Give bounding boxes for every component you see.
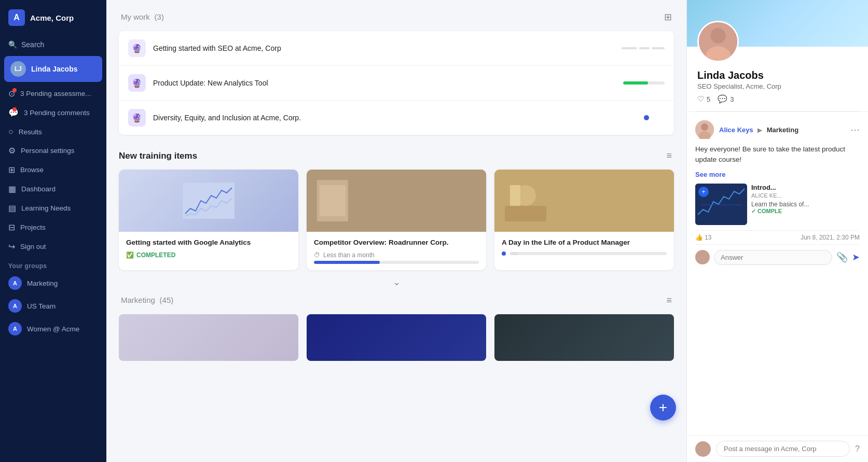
- card-body-competitor: Competitor Overview: Roadrunner Corp. ⏱ …: [307, 232, 486, 270]
- search-button[interactable]: 🔍 Search: [0, 35, 106, 54]
- sidebar-item-browse[interactable]: ⊞ Browse: [0, 160, 106, 179]
- work-item-analytics[interactable]: 🔮 Product Update: New Analytics Tool: [119, 66, 674, 101]
- card-status-analytics: ✅ COMPLETED: [126, 251, 291, 259]
- card-title-competitor: Competitor Overview: Roadrunner Corp.: [314, 238, 479, 247]
- post-likes[interactable]: 👍 13: [695, 234, 711, 241]
- sidebar-item-settings[interactable]: ⚙ Personal settings: [0, 141, 106, 160]
- card-title-analytics: Getting started with Google Analytics: [126, 238, 291, 247]
- my-work-grid-button[interactable]: ⊞: [662, 10, 674, 24]
- training-card-google-analytics[interactable]: Getting started with Google Analytics ✅ …: [119, 170, 298, 270]
- results-label: Results: [19, 128, 42, 136]
- post-group: Marketing: [767, 126, 798, 134]
- profile-likes: ♡ 5: [697, 94, 710, 104]
- sidebar-group-women[interactable]: A Women @ Acme: [0, 317, 106, 340]
- post-media-thumbnail[interactable]: +: [695, 184, 747, 225]
- card-progress-pm: [502, 251, 667, 256]
- sidebar-item-results[interactable]: ○ Results: [0, 122, 106, 141]
- user-avatar: LJ: [10, 61, 26, 77]
- badge-dot-comments: [12, 107, 17, 111]
- dot-pm: [502, 251, 506, 256]
- my-work-title: My work (3): [119, 12, 164, 22]
- post-actions: 👍 13 Jun 8, 2021, 2:30 PM: [695, 230, 860, 244]
- group-label-marketing: Marketing: [27, 279, 58, 287]
- my-work-list: 🔮 Getting started with SEO at Acme, Corp…: [119, 31, 674, 135]
- training-card-competitor[interactable]: Competitor Overview: Roadrunner Corp. ⏱ …: [307, 170, 486, 270]
- svg-rect-15: [700, 204, 742, 205]
- right-panel: Linda Jacobs SEO Specialist, Acme, Corp …: [686, 0, 868, 462]
- groups-section-title: Your groups: [0, 256, 106, 272]
- card-image-analytics: [119, 170, 298, 232]
- media-status: ✓ COMPLE: [751, 208, 860, 215]
- results-icon: ○: [8, 127, 13, 136]
- help-icon[interactable]: ?: [855, 444, 860, 454]
- post-author-avatar: [695, 120, 714, 139]
- see-more-link[interactable]: See more: [695, 171, 860, 178]
- post-message-input[interactable]: [716, 441, 850, 457]
- svg-point-12: [701, 123, 708, 131]
- group-label-women: Women @ Acme: [27, 325, 79, 333]
- marketing-cards-grid: [119, 314, 674, 361]
- sidebar-item-comments[interactable]: 💬 3 Pending comments: [0, 103, 106, 122]
- post-media-info: Introd... ALICE KE... Learn the basics o…: [751, 184, 860, 225]
- comment-box: 📎 ➤: [695, 244, 860, 270]
- projects-icon: ⊟: [8, 222, 15, 232]
- app-name: Acme, Corp: [30, 13, 74, 22]
- comment-avatar: [695, 250, 710, 264]
- sidebar-group-marketing[interactable]: A Marketing: [0, 272, 106, 295]
- training-list-button[interactable]: ≡: [664, 149, 674, 162]
- profile-avatar: [697, 21, 739, 62]
- card-image-day: [494, 170, 674, 232]
- check-icon-media: ✓: [751, 208, 756, 215]
- assessments-label: 3 Pending assessme...: [20, 90, 91, 97]
- training-header: New training items ≡: [119, 149, 674, 162]
- analytics-chart: [183, 183, 235, 219]
- profile-role: SEO Specialist, Acme, Corp: [697, 82, 858, 90]
- group-avatar-marketing: A: [8, 276, 22, 290]
- group-label-usteam: US Team: [27, 302, 56, 310]
- active-user-item[interactable]: LJ Linda Jacobs: [4, 56, 102, 82]
- sidebar-item-dashboard[interactable]: ▦ Dashboard: [0, 179, 106, 199]
- sidebar-item-learning[interactable]: ▤ Learning Needs: [0, 199, 106, 218]
- training-cards-grid: Getting started with Google Analytics ✅ …: [119, 170, 674, 270]
- bottom-message-bar: ?: [687, 435, 868, 462]
- post-author-name: Alice Keys: [719, 126, 753, 134]
- attach-icon[interactable]: 📎: [836, 251, 848, 263]
- sidebar-item-signout[interactable]: ↪ Sign out: [0, 237, 106, 256]
- profile-name: Linda Jacobs: [697, 69, 858, 81]
- sidebar-item-assessments[interactable]: ⊙ 3 Pending assessme...: [0, 84, 106, 103]
- app-logo[interactable]: A Acme, Corp: [0, 0, 106, 35]
- marketing-card-1[interactable]: [119, 314, 298, 361]
- competitor-image: [307, 170, 486, 232]
- answer-input[interactable]: [714, 250, 832, 265]
- profile-comments-count: 💬 3: [718, 94, 734, 104]
- comment-icon: 💬: [718, 94, 727, 104]
- marketing-card-2[interactable]: [307, 314, 486, 361]
- learning-icon: ▤: [8, 203, 16, 213]
- card-body-product-manager: A Day in the Life of a Product Manager: [494, 232, 674, 262]
- post-menu-button[interactable]: ⋯: [850, 124, 860, 135]
- signout-label: Sign out: [20, 243, 46, 250]
- marketing-card-3[interactable]: [494, 314, 674, 361]
- work-item-title-analytics: Product Update: New Analytics Tool: [153, 79, 616, 87]
- svg-rect-6: [505, 206, 546, 221]
- marketing-title: Marketing (45): [119, 295, 173, 305]
- send-icon[interactable]: ➤: [852, 251, 860, 263]
- post-header: Alice Keys ▶ Marketing ⋯: [695, 120, 860, 139]
- work-item-seo[interactable]: 🔮 Getting started with SEO at Acme, Corp: [119, 31, 674, 66]
- work-item-dei[interactable]: 🔮 Diversity, Equity, and Inclusion at Ac…: [119, 101, 674, 135]
- svg-rect-7: [510, 185, 520, 206]
- show-more-training[interactable]: ⌄: [119, 274, 674, 290]
- sidebar: A Acme, Corp 🔍 Search LJ Linda Jacobs ⊙ …: [0, 0, 106, 462]
- sidebar-item-projects[interactable]: ⊟ Projects: [0, 218, 106, 237]
- fab-add-button[interactable]: +: [650, 395, 676, 421]
- logo-icon: A: [8, 9, 25, 26]
- sidebar-group-usteam[interactable]: A US Team: [0, 295, 106, 317]
- svg-rect-3: [320, 185, 346, 216]
- training-card-product-manager[interactable]: A Day in the Life of a Product Manager: [494, 170, 674, 270]
- progress-bar-competitor: [314, 261, 479, 264]
- work-item-dot-dei: [644, 115, 649, 120]
- work-item-title-seo: Getting started with SEO at Acme, Corp: [153, 44, 614, 52]
- alice-avatar: [695, 120, 714, 139]
- marketing-list-button[interactable]: ≡: [664, 294, 674, 307]
- media-title: Introd...: [751, 184, 860, 191]
